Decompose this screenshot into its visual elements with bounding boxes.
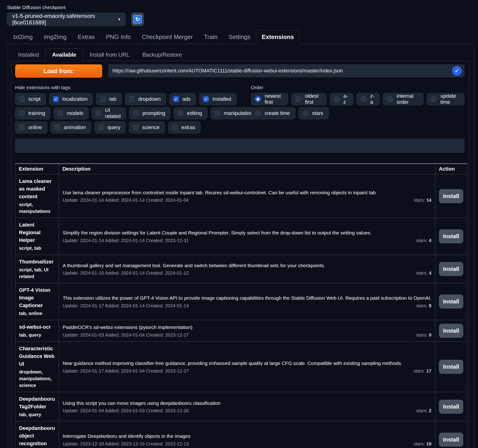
hide-tags-chips: script✓localizationtabdropdown✓ads✓insta… [15,93,248,134]
filter-chip-models[interactable]: models [54,107,88,119]
filter-chip-label: models [67,110,83,116]
filter-chip-animation[interactable]: animation [50,122,91,134]
checkbox-unchecked-icon [133,125,138,130]
radio-unselected-icon [295,96,301,102]
checkbox-unchecked-icon [100,96,106,102]
tab-extras[interactable]: Extras [72,30,101,44]
filter-chip-prompting[interactable]: prompting [129,107,170,119]
extension-tags: script, tab, UI related [19,267,55,280]
filter-chip-online[interactable]: online [15,122,47,134]
filter-chip-label: prompting [142,110,165,116]
main-tabs: txt2imgimg2imgExtrasPNG InfoCheckpoint M… [8,30,474,44]
checkbox-unchecked-icon [98,125,104,130]
install-button[interactable]: Install [439,294,463,308]
extension-meta: Update: 2023-12-18 Added: 2023-12-16 Cre… [63,441,189,447]
extension-description: A thumbnail gallery and set management t… [63,262,431,269]
install-button[interactable]: Install [439,360,463,374]
tab-png-info[interactable]: PNG Info [101,30,136,44]
extension-description: PaddleOCR's sd-webui extensions (pytorch… [63,324,431,331]
install-button[interactable]: Install [439,433,463,447]
filter-chip-label: animation [64,124,86,130]
load-from-button[interactable]: Load from: [15,64,102,78]
checkbox-unchecked-icon [214,110,220,116]
extension-tags: tab, query [19,411,55,418]
filter-chip-science[interactable]: science [129,122,165,134]
subtab-backup-restore[interactable]: Backup/Restore [136,49,189,61]
radio-unselected-icon [360,96,366,102]
checkpoint-area: Stable Diffusion checkpoint v1-5-pruned-… [0,0,478,26]
order-option-update-time[interactable]: update time [427,93,465,105]
install-button[interactable]: Install [439,400,463,414]
extension-name: Characteristic Guidance Web UI [19,345,55,368]
order-option-label: create time [265,110,290,116]
order-option-label: stars [312,110,323,116]
tab-extensions[interactable]: Extensions [256,30,300,44]
load-from-row: Load from: https://raw.githubusercontent… [15,64,465,78]
filter-chip-script[interactable]: script [15,93,46,105]
filter-chip-editing[interactable]: editing [174,107,207,119]
order-option-oldest-first[interactable]: oldest first [291,93,326,105]
order-option-newest-first[interactable]: newest first [251,93,288,105]
install-button[interactable]: Install [439,189,463,203]
tab-checkpoint-merger[interactable]: Checkpoint Merger [136,30,199,44]
column-header-action: Action [435,164,467,174]
filter-chip-dropdown[interactable]: dropdown [125,93,166,105]
extension-meta: Update: 2024-01-16 Added: 2024-01-14 Cre… [63,270,189,276]
install-button[interactable]: Install [439,324,463,338]
subtab-install-from-url[interactable]: Install from URL [83,49,136,61]
filter-chip-training[interactable]: training [15,107,50,119]
filter-chip-extras[interactable]: extras [168,122,201,134]
order-option-z-a[interactable]: z-a [357,93,380,105]
extension-name: Thumbnailizer [19,258,55,266]
extension-meta: Update: 2024-01-17 Added: 2024-01-04 Cre… [63,368,189,374]
extension-meta: Update: 2024-01-03 Added: 2024-01-04 Cre… [63,333,189,338]
refresh-checkpoint-button[interactable]: ↻ [131,13,144,26]
extension-description: Using this script you can move images us… [63,400,431,407]
tab-settings[interactable]: Settings [223,30,256,44]
index-url-input[interactable]: https://raw.githubusercontent.com/AUTOMA… [108,64,465,77]
install-button[interactable]: Install [439,229,463,243]
filter-chip-label: localization [62,96,88,102]
checkbox-unchecked-icon [19,110,25,116]
subtab-available[interactable]: Available [45,49,83,61]
filter-chip-label: UI related [105,107,121,119]
filter-chip-tab[interactable]: tab [96,93,122,105]
checkpoint-select[interactable]: v1-5-pruned-emaonly.safetensors [6ce0161… [7,13,126,26]
extension-description: Simplify the region division settings fo… [63,229,431,236]
order-option-label: a-z [344,93,348,105]
checkbox-unchecked-icon [55,125,60,130]
tab-txt2img[interactable]: txt2img [8,30,38,44]
checkpoint-value: v1-5-pruned-emaonly.safetensors [6ce0161… [12,13,114,26]
checkbox-unchecked-icon [129,96,134,102]
checkbox-checked-icon: ✓ [203,96,209,102]
extension-tags: tab, online [19,310,55,317]
extensions-table: Extension Description Action Lama cleane… [15,163,467,448]
order-option-a-z[interactable]: a-z [330,93,353,105]
filter-chip-installed[interactable]: ✓installed [199,93,237,105]
filter-chip-label: script [28,96,41,102]
stars-count: stars: 8 [416,333,432,338]
extension-tags: dropdown, manipulations, science [19,369,55,389]
order-option-internal-order[interactable]: internal order [383,93,423,105]
filter-chip-localization[interactable]: ✓localization [49,93,93,105]
filter-chip-label: training [28,110,45,116]
subtab-installed[interactable]: Installed [12,49,45,61]
filter-chip-query[interactable]: query [94,122,126,134]
extension-meta: Update: 2024-01-17 Added: 2024-01-14 Cre… [63,303,189,308]
order-option-stars[interactable]: stars [298,107,329,119]
table-row: Thumbnailizerscript, tab, UI relatedA th… [15,255,467,283]
tab-img2img[interactable]: img2img [38,30,72,44]
order-option-label: internal order [396,93,418,105]
order-option-create-time[interactable]: create time [251,107,295,119]
stars-count: stars: 14 [414,198,431,203]
stars-count: stars: 17 [414,368,431,374]
stars-count: stars: 4 [416,238,432,243]
chevron-down-icon: ▾ [118,17,120,22]
table-header-row: Extension Description Action [15,164,467,174]
refresh-icon: ↻ [133,15,142,23]
order-radios: newest firstoldest firsta-zz-ainternal o… [251,93,465,119]
filter-chip-ads[interactable]: ✓ads [169,93,196,105]
filter-chip-ui-related[interactable]: UI related [92,107,126,119]
install-button[interactable]: Install [439,262,463,276]
tab-train[interactable]: Train [198,30,223,44]
